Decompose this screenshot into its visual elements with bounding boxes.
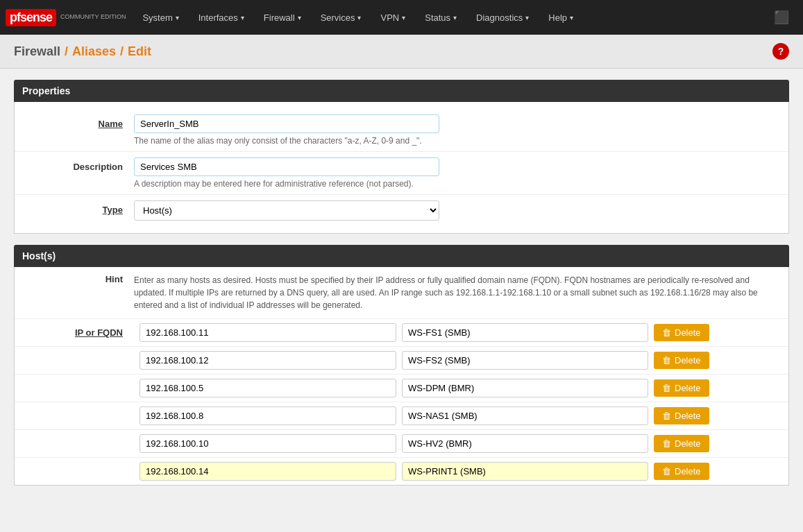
name-input[interactable] — [134, 114, 439, 133]
breadcrumb-bar: Firewall / Aliases / Edit ? — [0, 35, 803, 69]
type-control-wrap: Host(s) Network(s) Port(s) URL URL Table… — [134, 200, 780, 221]
host-desc-input[interactable] — [402, 351, 648, 370]
properties-section: Properties Name The name of the alias ma… — [14, 80, 789, 234]
breadcrumb-sep2: / — [120, 44, 124, 59]
hosts-body: Hint Enter as many hosts as desired. Hos… — [14, 267, 789, 486]
hint-label: Hint — [23, 274, 134, 284]
description-label: Description — [23, 157, 134, 172]
delete-button[interactable]: 🗑 Delete — [654, 463, 709, 480]
name-control-wrap: The name of the alias may only consist o… — [134, 114, 780, 146]
trash-icon: 🗑 — [662, 383, 671, 393]
nav-system[interactable]: System ▾ — [133, 0, 188, 35]
delete-button[interactable]: 🗑 Delete — [654, 407, 709, 424]
chevron-down-icon: ▾ — [453, 14, 457, 22]
breadcrumb-sep1: / — [65, 44, 68, 59]
nav-vpn[interactable]: VPN ▾ — [371, 0, 415, 35]
breadcrumb-edit: Edit — [128, 44, 151, 59]
host-row: 🗑 Delete — [15, 347, 788, 375]
description-control-wrap: A description may be entered here for ad… — [134, 157, 780, 189]
main-content: Properties Name The name of the alias ma… — [0, 69, 803, 508]
trash-icon: 🗑 — [662, 355, 671, 366]
host-ip-input[interactable] — [140, 462, 396, 481]
hosts-header: Host(s) — [14, 245, 789, 267]
host-ip-input[interactable] — [140, 434, 396, 453]
hint-row: Hint Enter as many hosts as desired. Hos… — [15, 267, 788, 319]
host-row: 🗑 Delete — [15, 458, 788, 485]
pf-logo: pfsense — [6, 9, 56, 26]
properties-body: Name The name of the alias may only cons… — [14, 102, 789, 234]
properties-header: Properties — [14, 80, 789, 102]
chevron-down-icon: ▾ — [357, 14, 361, 22]
host-desc-input[interactable] — [402, 434, 648, 453]
host-ip-input[interactable] — [140, 351, 396, 370]
chevron-down-icon: ▾ — [176, 14, 179, 22]
name-row: Name The name of the alias may only cons… — [15, 109, 788, 152]
chevron-down-icon: ▾ — [402, 14, 405, 22]
type-select[interactable]: Host(s) Network(s) Port(s) URL URL Table… — [134, 200, 439, 221]
chevron-down-icon: ▾ — [241, 14, 244, 22]
nav-firewall[interactable]: Firewall ▾ — [254, 0, 311, 35]
nav-services[interactable]: Services ▾ — [311, 0, 371, 35]
type-row: Type Host(s) Network(s) Port(s) URL URL … — [15, 195, 788, 226]
nav-items: System ▾ Interfaces ▾ Firewall ▾ Service… — [133, 0, 766, 35]
logout-button[interactable]: ⬛ — [766, 10, 797, 25]
chevron-down-icon: ▾ — [298, 14, 301, 22]
ip-fqdn-label: IP or FQDN — [23, 327, 134, 338]
description-hint: A description may be entered here for ad… — [134, 179, 780, 189]
host-ip-input[interactable] — [140, 323, 396, 342]
name-hint: The name of the alias may only consist o… — [134, 136, 780, 146]
navbar: pfsense COMMUNITY EDITION System ▾ Inter… — [0, 0, 803, 35]
host-row: 🗑 Delete — [15, 402, 788, 430]
nav-diagnostics[interactable]: Diagnostics ▾ — [466, 0, 539, 35]
chevron-down-icon: ▾ — [525, 14, 529, 22]
help-button[interactable]: ? — [772, 43, 789, 60]
description-row: Description A description may be entered… — [15, 152, 788, 195]
name-label: Name — [23, 114, 134, 129]
delete-button[interactable]: 🗑 Delete — [654, 352, 709, 369]
delete-button[interactable]: 🗑 Delete — [654, 435, 709, 452]
chevron-down-icon: ▾ — [570, 14, 573, 22]
trash-icon: 🗑 — [662, 327, 671, 338]
trash-icon: 🗑 — [662, 438, 671, 449]
delete-button[interactable]: 🗑 Delete — [654, 379, 709, 397]
host-ip-input[interactable] — [140, 379, 396, 397]
nav-status[interactable]: Status ▾ — [415, 0, 466, 35]
nav-interfaces[interactable]: Interfaces ▾ — [189, 0, 254, 35]
host-row: 🗑 Delete — [15, 375, 788, 402]
host-rows-container: IP or FQDN🗑 Delete🗑 Delete🗑 Delete🗑 Dele… — [15, 319, 788, 485]
trash-icon: 🗑 — [662, 411, 671, 421]
pf-edition: COMMUNITY EDITION — [60, 14, 126, 21]
nav-help[interactable]: Help ▾ — [539, 0, 583, 35]
host-ip-input[interactable] — [140, 406, 396, 425]
hint-text: Enter as many hosts as desired. Hosts mu… — [134, 274, 780, 311]
brand: pfsense COMMUNITY EDITION — [6, 9, 126, 26]
host-desc-input[interactable] — [402, 323, 648, 342]
host-desc-input[interactable] — [402, 379, 648, 397]
breadcrumb: Firewall / Aliases / Edit — [14, 44, 151, 59]
host-desc-input[interactable] — [402, 462, 648, 481]
host-desc-input[interactable] — [402, 406, 648, 425]
breadcrumb-aliases[interactable]: Aliases — [72, 44, 116, 59]
description-input[interactable] — [134, 157, 439, 176]
host-row: IP or FQDN🗑 Delete — [15, 319, 788, 347]
hosts-section: Host(s) Hint Enter as many hosts as desi… — [14, 245, 789, 486]
breadcrumb-firewall: Firewall — [14, 44, 60, 59]
host-row: 🗑 Delete — [15, 430, 788, 458]
trash-icon: 🗑 — [662, 466, 671, 477]
type-label: Type — [23, 200, 134, 215]
delete-button[interactable]: 🗑 Delete — [654, 324, 709, 341]
